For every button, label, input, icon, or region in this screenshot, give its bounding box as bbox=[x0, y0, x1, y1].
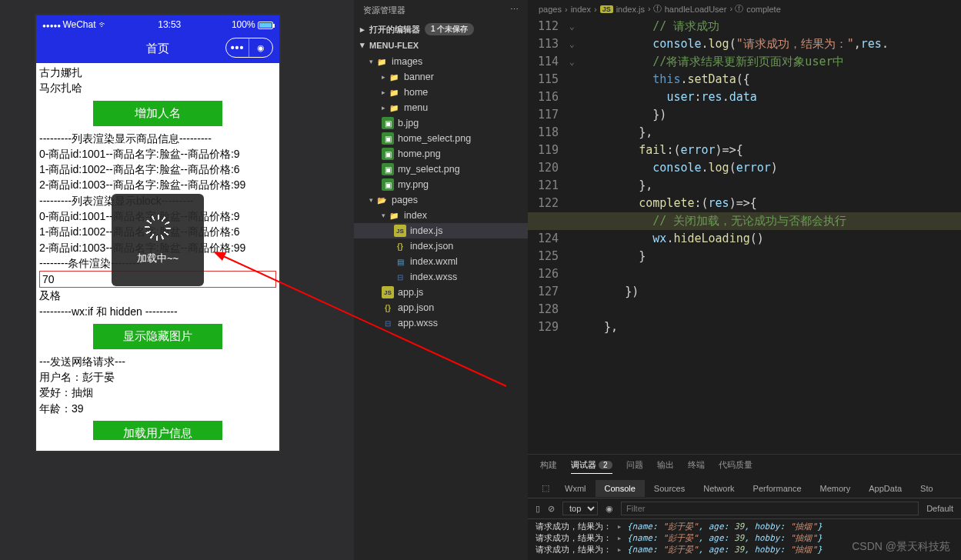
tab-build[interactable]: 构建 bbox=[540, 459, 557, 474]
simulator-body: 古力娜扎 马尔扎哈 增加人名 ---------列表渲染显示商品信息------… bbox=[36, 63, 279, 440]
devtab-wxml[interactable]: Wxml bbox=[556, 480, 596, 497]
more-icon[interactable]: ⋯ bbox=[510, 5, 519, 16]
folder-menu[interactable]: ▸📁menu bbox=[354, 100, 528, 115]
carrier: WeChatᯤ bbox=[42, 19, 108, 30]
add-name-button[interactable]: 增加人名 bbox=[93, 101, 222, 126]
select-element-icon[interactable]: ⬚ bbox=[536, 479, 556, 497]
statusbar: WeChatᯤ 13:53 100% bbox=[36, 15, 279, 34]
file-index-json[interactable]: {}index.json bbox=[354, 238, 528, 254]
section-header: ---------列表渲染显示商品信息--------- bbox=[39, 131, 276, 146]
project-section[interactable]: ▾MENU-FLEX bbox=[354, 38, 528, 52]
wechat-simulator: WeChatᯤ 13:53 100% 首页 ••• ◉ 古力娜扎 马尔扎哈 增加… bbox=[35, 14, 281, 452]
toggle-image-button[interactable]: 显示隐藏图片 bbox=[93, 324, 222, 349]
user-name-row: 用户名：彭于晏 bbox=[39, 369, 276, 385]
tab-debugger[interactable]: 调试器 2 bbox=[571, 459, 612, 474]
devtab-console[interactable]: Console bbox=[596, 480, 645, 497]
section-header: ---------wx:if 和 hidden --------- bbox=[39, 304, 276, 319]
file-item[interactable]: ▣home.png bbox=[354, 146, 528, 162]
file-index-wxss[interactable]: ⊟index.wxss bbox=[354, 269, 528, 285]
code-lines[interactable]: // 请求成功 console.log("请求成功，结果为：",res. //将… bbox=[583, 18, 961, 336]
age-row: 年龄：39 bbox=[39, 401, 276, 416]
load-user-button[interactable]: 加载用户信息 bbox=[93, 421, 222, 440]
unsaved-badge: 1 个未保存 bbox=[425, 23, 474, 35]
nav-header: 首页 ••• ◉ bbox=[36, 34, 279, 63]
capsule-close-icon[interactable]: ◉ bbox=[249, 38, 272, 57]
devtools-tabs: ⬚ Wxml Console Sources Network Performan… bbox=[528, 478, 961, 498]
tab-terminal[interactable]: 终端 bbox=[688, 459, 705, 474]
loading-toast: 加载中~~ bbox=[112, 194, 204, 286]
devtab-sources[interactable]: Sources bbox=[645, 480, 694, 497]
eye-icon[interactable]: ◉ bbox=[606, 504, 613, 514]
page-title: 首页 bbox=[146, 42, 169, 56]
line-gutter: 1121131141151161171181191201211221231241… bbox=[528, 18, 569, 336]
open-editors-section[interactable]: ▸打开的编辑器 1 个未保存 bbox=[354, 21, 528, 38]
folder-banner[interactable]: ▸📁banner bbox=[354, 69, 528, 85]
file-index-wxml[interactable]: ▤index.wxml bbox=[354, 254, 528, 269]
hobby-row: 爱好：抽烟 bbox=[39, 385, 276, 400]
name-item: 马尔扎哈 bbox=[39, 80, 276, 95]
goods-item: 1-商品id:1002--商品名字:脸盆--商品价格:6 bbox=[39, 162, 276, 177]
folder-home[interactable]: ▸📁home bbox=[354, 85, 528, 100]
section-header: ---发送网络请求--- bbox=[39, 354, 276, 369]
file-item[interactable]: ▣my.png bbox=[354, 177, 528, 192]
capsule-more-icon[interactable]: ••• bbox=[226, 38, 249, 57]
tab-codequality[interactable]: 代码质量 bbox=[719, 459, 752, 474]
explorer-panel: 资源管理器⋯ ▸打开的编辑器 1 个未保存 ▾MENU-FLEX ▾📁image… bbox=[354, 0, 528, 560]
file-item[interactable]: ▣home_select.png bbox=[354, 131, 528, 146]
tab-problems[interactable]: 问题 bbox=[626, 459, 643, 474]
name-item: 古力娜扎 bbox=[39, 65, 276, 80]
file-app-js[interactable]: JSapp.js bbox=[354, 285, 528, 300]
goods-item: 0-商品id:1001--商品名字:脸盆--商品价格:9 bbox=[39, 146, 276, 162]
file-app-wxss[interactable]: ⊟app.wxss bbox=[354, 315, 528, 331]
clear-console-icon[interactable]: ⊘ bbox=[548, 504, 555, 514]
folder-images[interactable]: ▾📁images bbox=[354, 54, 528, 69]
devtab-storage[interactable]: Sto bbox=[911, 480, 943, 497]
file-item[interactable]: ▣my_select.png bbox=[354, 162, 528, 177]
bottom-tabs: 构建 调试器 2 问题 输出 终端 代码质量 bbox=[528, 455, 961, 478]
breadcrumb[interactable]: pages › index › JS index.js › ⓕ handleLo… bbox=[528, 0, 961, 18]
goods-item: 2-商品id:1003--商品名字:脸盆--商品价格:99 bbox=[39, 177, 276, 192]
devtab-network[interactable]: Network bbox=[694, 480, 743, 497]
file-tree: ▾📁images ▸📁banner ▸📁home ▸📁menu ▣b.jpg ▣… bbox=[354, 52, 528, 332]
sidebar-toggle-icon[interactable]: ▯ bbox=[536, 504, 540, 514]
file-app-json[interactable]: {}app.json bbox=[354, 300, 528, 315]
statusbar-time: 13:53 bbox=[158, 19, 181, 30]
loading-text: 加载中~~ bbox=[137, 252, 179, 266]
battery: 100% bbox=[232, 19, 273, 30]
filter-input[interactable] bbox=[621, 502, 919, 515]
devtab-performance[interactable]: Performance bbox=[744, 480, 811, 497]
console-toolbar: ▯ ⊘ top ◉ Default bbox=[528, 498, 961, 519]
explorer-title: 资源管理器⋯ bbox=[354, 0, 528, 21]
default-levels[interactable]: Default bbox=[926, 504, 953, 513]
score-result: 及格 bbox=[39, 288, 276, 303]
code-editor[interactable]: pages › index › JS index.js › ⓕ handleLo… bbox=[528, 0, 961, 454]
file-index-js[interactable]: JSindex.js bbox=[354, 223, 528, 238]
capsule-menu[interactable]: ••• ◉ bbox=[225, 38, 273, 58]
fold-column[interactable]: ⌄⌄⌄ bbox=[569, 18, 583, 336]
devtab-memory[interactable]: Memory bbox=[811, 480, 860, 497]
folder-index[interactable]: ▾📁index bbox=[354, 208, 528, 223]
spinner-icon bbox=[145, 215, 171, 241]
file-item[interactable]: ▣b.jpg bbox=[354, 115, 528, 131]
devtab-appdata[interactable]: AppData bbox=[859, 480, 911, 497]
console-output: 请求成功，结果为： ▸ {name: "彭于晏", age: 39, hobby… bbox=[528, 519, 961, 557]
bottom-panel: 构建 调试器 2 问题 输出 终端 代码质量 ⬚ Wxml Console So… bbox=[528, 454, 961, 560]
tab-output[interactable]: 输出 bbox=[657, 459, 674, 474]
folder-pages[interactable]: ▾📂pages bbox=[354, 192, 528, 208]
context-select[interactable]: top bbox=[562, 502, 598, 515]
